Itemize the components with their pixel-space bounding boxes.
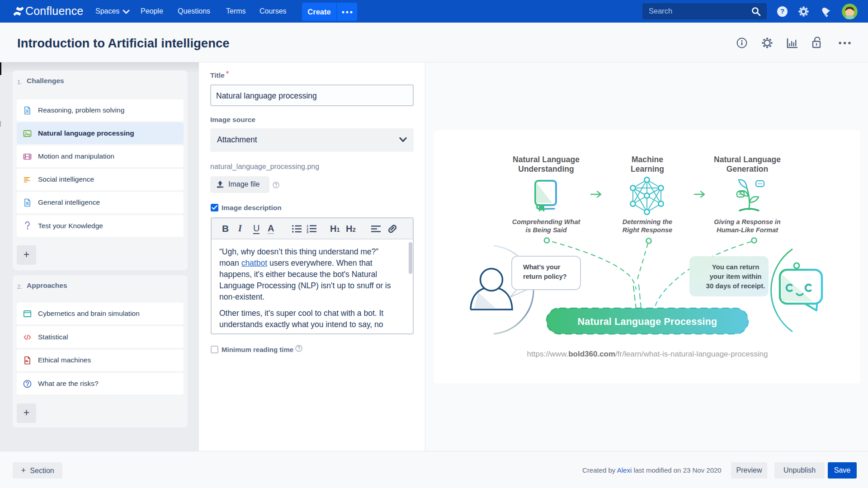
- svg-text:Human-Like Format: Human-Like Format: [717, 226, 778, 234]
- svg-text:return policy?: return policy?: [523, 273, 567, 280]
- svg-text:your item within: your item within: [709, 272, 761, 280]
- svg-text:Comprehending What: Comprehending What: [512, 218, 581, 225]
- svg-text:You can return: You can return: [712, 263, 760, 271]
- svg-text:Machine: Machine: [632, 155, 663, 164]
- svg-text:Generation: Generation: [726, 164, 768, 174]
- svg-text:Learning: Learning: [631, 164, 664, 174]
- svg-text:What’s your: What’s your: [523, 263, 561, 271]
- svg-text:is Being Said: is Being Said: [525, 226, 567, 234]
- svg-text:Understanding: Understanding: [518, 164, 574, 174]
- svg-text:Giving a Response in: Giving a Response in: [714, 218, 781, 225]
- svg-text:Right Response: Right Response: [623, 226, 672, 234]
- svg-text:30 days of receipt.: 30 days of receipt.: [706, 282, 765, 290]
- svg-text:Natural Language: Natural Language: [513, 155, 580, 164]
- svg-text:Determining the: Determining the: [623, 218, 672, 225]
- svg-text:Natural Language Processing: Natural Language Processing: [578, 316, 717, 327]
- svg-text:https://www.bold360.com/fr/lea: https://www.bold360.com/fr/learn/what-is…: [527, 350, 768, 358]
- svg-text:Natural Language: Natural Language: [714, 155, 781, 164]
- svg-text:3: 3: [307, 230, 308, 233]
